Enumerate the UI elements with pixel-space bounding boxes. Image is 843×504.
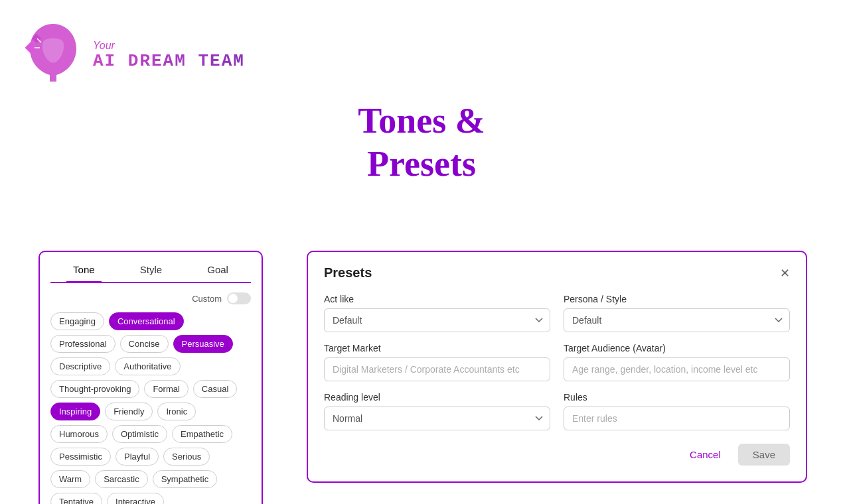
tone-tag-serious[interactable]: Serious — [163, 448, 210, 466]
reading-level-label: Reading level — [324, 392, 550, 403]
tone-tag-professional[interactable]: Professional — [50, 335, 115, 353]
tabs-row: Tone Style Goal — [50, 263, 251, 283]
page-title: Tones & Presets — [358, 99, 485, 186]
tone-style-goal-panel: Tone Style Goal Custom EngagingConversat… — [38, 251, 263, 504]
tone-tag-interactive[interactable]: Interactive — [107, 493, 164, 504]
tone-tag-sympathetic[interactable]: Sympathetic — [153, 470, 218, 488]
reading-level-select[interactable]: Normal — [324, 407, 550, 430]
logo-your: Your — [93, 40, 245, 52]
target-market-label: Target Market — [324, 343, 550, 353]
target-audience-group: Target Audience (Avatar) — [564, 343, 790, 381]
tone-tag-persuasive[interactable]: Persuasive — [173, 335, 233, 353]
tone-tag-pessimistic[interactable]: Pessimistic — [50, 448, 111, 466]
tone-tag-playful[interactable]: Playful — [115, 448, 159, 466]
act-like-label: Act like — [324, 294, 550, 304]
act-like-group: Act like Default — [324, 294, 550, 332]
tab-style[interactable]: Style — [133, 263, 169, 277]
tone-tag-formal[interactable]: Formal — [144, 380, 188, 398]
tone-tag-descriptive[interactable]: Descriptive — [50, 357, 110, 375]
tone-tag-authoritative[interactable]: Authoritative — [115, 357, 180, 375]
tone-tag-tentative[interactable]: Tentative — [50, 493, 102, 504]
presets-footer: Cancel Save — [324, 444, 790, 466]
tone-tag-conversational[interactable]: Conversational — [109, 312, 184, 330]
tone-tag-casual[interactable]: Casual — [193, 380, 237, 398]
custom-toggle[interactable] — [227, 292, 251, 304]
tone-tag-concise[interactable]: Concise — [120, 335, 169, 353]
presets-header: Presets ✕ — [324, 265, 790, 281]
tone-tag-sarcastic[interactable]: Sarcastic — [95, 470, 147, 488]
persona-style-label: Persona / Style — [564, 294, 790, 304]
tone-tags: EngagingConversationalProfessionalConcis… — [50, 312, 251, 504]
presets-title: Presets — [324, 265, 372, 281]
save-button[interactable]: Save — [738, 444, 790, 466]
presets-panel: Presets ✕ Act like Default Persona / Sty… — [307, 251, 807, 483]
tone-tag-engaging[interactable]: Engaging — [50, 312, 104, 330]
logo-adt: AI DREAM TEAM — [93, 52, 245, 71]
reading-level-group: Reading level Normal — [324, 392, 550, 430]
tone-tag-humorous[interactable]: Humorous — [50, 425, 108, 443]
tone-tag-warm[interactable]: Warm — [50, 470, 90, 488]
logo: Your AI DREAM TEAM — [20, 19, 245, 92]
cancel-button[interactable]: Cancel — [679, 444, 731, 466]
rules-input[interactable] — [564, 407, 790, 430]
rules-group: Rules — [564, 392, 790, 430]
logo-icon — [20, 19, 86, 92]
custom-row: Custom — [50, 292, 251, 304]
target-market-group: Target Market — [324, 343, 550, 381]
target-market-input[interactable] — [324, 357, 550, 381]
target-audience-label: Target Audience (Avatar) — [564, 343, 790, 353]
tab-tone[interactable]: Tone — [66, 263, 102, 283]
tone-tag-thought-provoking[interactable]: Thought-provoking — [50, 380, 139, 398]
target-audience-input[interactable] — [564, 357, 790, 381]
logo-text: Your AI DREAM TEAM — [93, 40, 245, 70]
persona-style-select[interactable]: Default — [564, 308, 790, 332]
act-like-select[interactable]: Default — [324, 308, 550, 332]
tone-tag-friendly[interactable]: Friendly — [105, 403, 153, 420]
presets-form: Act like Default Persona / Style Default… — [324, 294, 790, 430]
tone-tag-optimistic[interactable]: Optimistic — [112, 425, 167, 443]
persona-style-group: Persona / Style Default — [564, 294, 790, 332]
tone-tag-ironic[interactable]: Ironic — [157, 403, 196, 420]
tone-tag-inspiring[interactable]: Inspiring — [50, 403, 100, 420]
tab-goal[interactable]: Goal — [200, 263, 235, 277]
tone-tag-empathetic[interactable]: Empathetic — [172, 425, 232, 443]
rules-label: Rules — [564, 392, 790, 403]
close-button[interactable]: ✕ — [780, 267, 790, 279]
custom-label: Custom — [192, 294, 222, 304]
